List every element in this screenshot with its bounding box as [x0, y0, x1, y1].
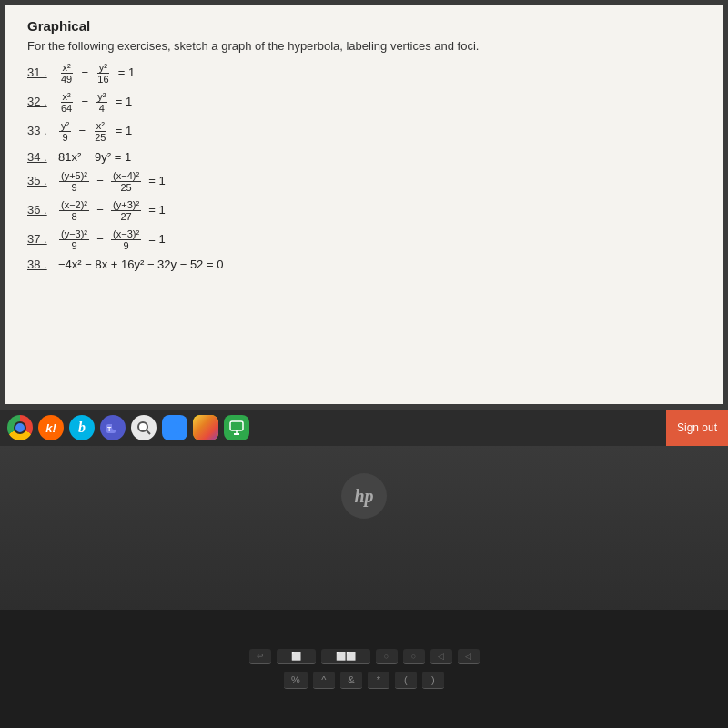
list-item: 37 . (y−3)²9 − (x−3)²9 = 1	[27, 228, 701, 251]
key-left1[interactable]: ◁	[430, 649, 452, 664]
frac: y²4	[96, 91, 107, 114]
content-area: Graphical For the following exercises, s…	[0, 0, 728, 446]
list-item: 34 . 81x² − 9y² = 1	[27, 150, 701, 164]
keyboard-area: ↩ ⬜ ⬜⬜ ○ ○ ◁ ◁ % ^ & * ( )	[0, 610, 728, 728]
teams-icon[interactable]: T	[100, 415, 126, 440]
chrome-icon[interactable]	[7, 415, 33, 440]
ex-formula-33: y²9 − x²25 = 1	[58, 120, 132, 143]
frac: x²49	[59, 62, 74, 85]
ex-num-31: 31 .	[27, 66, 55, 79]
bookmarks-icon[interactable]: b	[69, 415, 95, 440]
keyboard-row-2: % ^ & * ( )	[284, 672, 444, 689]
ex-formula-38: −4x² − 8x + 16y² − 32y − 52 = 0	[58, 258, 223, 271]
frac: (x−4)²25	[111, 170, 141, 193]
key-open-paren[interactable]: (	[395, 672, 417, 689]
frac: (y−3)²9	[59, 228, 89, 251]
key-ampersand[interactable]: &	[340, 672, 362, 689]
list-item: 36 . (x−2)²8 − (y+3)²27 = 1	[27, 199, 701, 222]
photos-icon[interactable]	[193, 415, 218, 440]
frac: x²25	[93, 120, 107, 143]
ex-formula-36: (x−2)²8 − (y+3)²27 = 1	[58, 199, 166, 222]
cast-icon[interactable]	[224, 415, 249, 440]
list-item: 38 . −4x² − 8x + 16y² − 32y − 52 = 0	[27, 258, 701, 271]
taskbar: k! b T	[0, 410, 728, 446]
frac: (x−3)²9	[111, 228, 141, 251]
key-circle[interactable]: ○	[376, 649, 398, 664]
svg-rect-7	[230, 421, 243, 430]
exercise-list: 31 . x²49 − y²16 = 1 32 . x²64 − y²4 = 1	[27, 62, 701, 271]
svg-point-3	[138, 422, 147, 431]
frac: (y+5)²9	[59, 170, 89, 193]
svg-line-4	[147, 430, 150, 434]
ex-formula-37: (y−3)²9 − (x−3)²9 = 1	[58, 228, 166, 251]
ex-formula-35: (y+5)²9 − (x−4)²25 = 1	[58, 170, 166, 193]
key-percent[interactable]: %	[284, 672, 308, 689]
hp-logo-area: hp	[341, 473, 387, 519]
list-item: 33 . y²9 − x²25 = 1	[27, 120, 701, 143]
frac: y²16	[96, 62, 110, 85]
sign-out-button[interactable]: Sign out	[666, 410, 728, 446]
list-item: 31 . x²49 − y²16 = 1	[27, 62, 701, 85]
list-item: 35 . (y+5)²9 − (x−4)²25 = 1	[27, 170, 701, 193]
hp-logo: hp	[341, 473, 387, 519]
ex-num-38: 38 .	[27, 258, 55, 271]
ex-num-32: 32 .	[27, 95, 55, 108]
ex-num-36: 36 .	[27, 203, 55, 217]
frac: x²64	[59, 91, 74, 114]
frac: y²9	[59, 120, 71, 143]
svg-rect-1	[112, 421, 119, 430]
svg-rect-5	[165, 422, 177, 433]
intro-text: For the following exercises, sketch a gr…	[27, 39, 701, 53]
section-title: Graphical	[27, 18, 701, 34]
ex-num-37: 37 .	[27, 232, 55, 246]
key-back[interactable]: ↩	[249, 649, 271, 664]
svg-marker-6	[177, 421, 185, 434]
frac: (x−2)²8	[59, 199, 89, 222]
key-left2[interactable]: ◁	[458, 649, 480, 664]
key-caret[interactable]: ^	[313, 672, 335, 689]
frac: (y+3)²27	[111, 199, 141, 222]
svg-text:T: T	[107, 426, 112, 432]
khan-academy-icon[interactable]: k!	[38, 415, 64, 440]
laptop-screen: Graphical For the following exercises, s…	[0, 0, 728, 446]
ex-num-34: 34 .	[27, 150, 55, 164]
search-app-icon[interactable]	[131, 415, 157, 440]
ex-num-35: 35 .	[27, 174, 55, 187]
ex-formula-34: 81x² − 9y² = 1	[58, 150, 131, 164]
key-close-paren[interactable]: )	[422, 672, 444, 689]
ex-num-33: 33 .	[27, 124, 55, 137]
ex-formula-31: x²49 − y²16 = 1	[58, 62, 135, 85]
key-asterisk[interactable]: *	[368, 672, 389, 689]
ex-formula-32: x²64 − y²4 = 1	[58, 91, 132, 114]
keyboard-row-1: ↩ ⬜ ⬜⬜ ○ ○ ◁ ◁	[249, 649, 480, 664]
key-circle2[interactable]: ○	[403, 649, 425, 664]
list-item: 32 . x²64 − y²4 = 1	[27, 91, 701, 114]
zoom-icon[interactable]	[162, 415, 187, 440]
key-windows[interactable]: ⬜⬜	[321, 649, 370, 664]
key-window[interactable]: ⬜	[277, 649, 316, 664]
